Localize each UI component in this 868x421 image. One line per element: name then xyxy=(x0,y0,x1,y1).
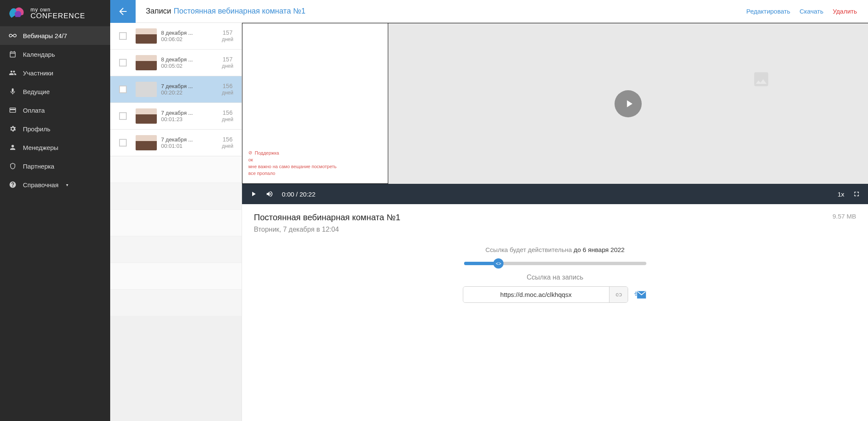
play-icon xyxy=(623,98,635,110)
rec-date: 7 декабря ... xyxy=(161,110,199,116)
crumb-root: Записи xyxy=(146,7,171,16)
logo[interactable]: my own CONFERENCE xyxy=(0,0,110,26)
nav: Вебинары 24/7КалендарьУчастникиВедущиеОп… xyxy=(0,26,110,194)
play-button[interactable] xyxy=(250,190,257,198)
sidebar: my own CONFERENCE Вебинары 24/7Календарь… xyxy=(0,0,110,421)
card-icon xyxy=(8,106,17,114)
brand-line1: my own xyxy=(31,7,85,12)
volume-button[interactable] xyxy=(266,190,273,198)
rec-date: 7 декабря ... xyxy=(161,136,199,143)
rec-date: 8 декабря ... xyxy=(161,56,199,63)
chat-line: мне важно на само вещание посмотреть xyxy=(248,164,382,169)
sidebar-item-5[interactable]: Профиль xyxy=(0,119,110,138)
video-box: ⊘Поддержкаокмне важно на само вещание по… xyxy=(242,23,868,184)
thumbnail xyxy=(136,82,157,97)
crumb-room-link[interactable]: Постоянная вебинарная комната №1 xyxy=(174,7,306,16)
mic-icon xyxy=(8,87,17,96)
managers-icon xyxy=(8,143,17,152)
users-icon xyxy=(8,69,17,77)
sidebar-item-label: Календарь xyxy=(23,51,55,58)
checkbox[interactable] xyxy=(119,32,127,40)
sidebar-item-4[interactable]: Оплата xyxy=(0,101,110,119)
sidebar-item-label: Менеджеры xyxy=(23,144,58,151)
rec-age: 157дней xyxy=(218,56,242,69)
sidebar-item-2[interactable]: Участники xyxy=(0,64,110,82)
recording-row[interactable]: 7 декабря ...00:01:01156дней xyxy=(110,130,242,156)
link-validity: Ссылка будет действительна до 6 января 2… xyxy=(485,246,624,253)
rec-duration: 00:05:02 xyxy=(161,63,218,69)
send-mail-icon xyxy=(634,290,646,299)
calendar-icon xyxy=(8,50,17,58)
gear-icon xyxy=(8,125,17,133)
recording-row[interactable]: 7 декабря ...00:20:22156дней xyxy=(110,76,242,103)
sidebar-item-label: Оплата xyxy=(23,107,45,114)
sidebar-item-6[interactable]: Менеджеры xyxy=(0,138,110,157)
thumbnail xyxy=(136,28,157,44)
player-controls: 0:00 / 20:22 1x xyxy=(242,184,868,204)
chat-line: ок xyxy=(248,157,382,162)
rec-age: 156дней xyxy=(218,136,242,149)
slider-thumb[interactable]: <> xyxy=(493,258,504,269)
play-overlay[interactable] xyxy=(615,90,642,117)
chat-line: все пропало xyxy=(248,171,382,176)
checkbox[interactable] xyxy=(119,59,127,66)
send-link-button[interactable] xyxy=(633,290,648,299)
back-button[interactable] xyxy=(110,0,136,23)
sidebar-item-1[interactable]: Календарь xyxy=(0,45,110,64)
chevron-down-icon: ▾ xyxy=(66,183,68,187)
sidebar-item-label: Ведущие xyxy=(23,88,50,95)
player-area: ⊘Поддержкаокмне важно на само вещание по… xyxy=(242,23,868,421)
rec-duration: 00:01:23 xyxy=(161,116,218,122)
recording-meta: Постоянная вебинарная комната №1 9.57 MB… xyxy=(242,204,868,311)
edit-link[interactable]: Редактировать xyxy=(746,8,790,15)
video-chat-panel: ⊘Поддержкаокмне важно на само вещание по… xyxy=(242,23,388,184)
checkbox[interactable] xyxy=(119,112,127,120)
recordings-list[interactable]: 8 декабря ...00:06:02157дней8 декабря ..… xyxy=(110,23,242,421)
speed-button[interactable]: 1x xyxy=(837,191,844,198)
checkbox[interactable] xyxy=(119,86,127,93)
sidebar-item-3[interactable]: Ведущие xyxy=(0,82,110,101)
link-label: Ссылка на запись xyxy=(527,274,583,281)
rec-date: 8 декабря ... xyxy=(161,30,199,36)
topbar: Записи Постоянная вебинарная комната №1 … xyxy=(110,0,868,23)
recording-title: Постоянная вебинарная комната №1 xyxy=(254,213,401,222)
sidebar-item-0[interactable]: Вебинары 24/7 xyxy=(0,26,110,45)
download-link[interactable]: Скачать xyxy=(799,8,823,15)
link-input[interactable] xyxy=(463,287,609,302)
sidebar-item-7[interactable]: Партнерка xyxy=(0,157,110,175)
copy-link-button[interactable] xyxy=(609,287,628,302)
time-display: 0:00 / 20:22 xyxy=(282,191,315,198)
sidebar-item-label: Партнерка xyxy=(23,163,54,170)
rec-duration: 00:20:22 xyxy=(161,89,218,96)
rec-duration: 00:06:02 xyxy=(161,36,218,42)
brand-line2: CONFERENCE xyxy=(31,12,85,19)
rec-age: 156дней xyxy=(218,83,242,96)
rec-age: 156дней xyxy=(218,109,242,122)
infinity-icon xyxy=(8,31,17,40)
link-icon xyxy=(615,291,622,299)
delete-link[interactable]: Удалить xyxy=(833,8,857,15)
validity-slider[interactable]: <> xyxy=(464,262,646,265)
rec-duration: 00:01:01 xyxy=(161,143,218,149)
checkbox[interactable] xyxy=(119,139,127,147)
sidebar-item-label: Профиль xyxy=(23,125,50,133)
recording-row[interactable]: 8 декабря ...00:05:02157дней xyxy=(110,50,242,76)
rec-age: 157дней xyxy=(218,29,242,42)
recording-row[interactable]: 7 декабря ...00:01:23156дней xyxy=(110,103,242,130)
chat-line: ⊘Поддержка xyxy=(248,150,382,155)
image-placeholder-icon xyxy=(752,70,771,90)
fullscreen-button[interactable] xyxy=(853,190,860,198)
sidebar-item-8[interactable]: Справочная▾ xyxy=(0,175,110,194)
sidebar-item-label: Справочная xyxy=(23,181,58,188)
thumbnail xyxy=(136,108,157,124)
logo-icon xyxy=(8,6,27,20)
arrow-left-icon xyxy=(117,6,128,17)
rec-date: 7 декабря ... xyxy=(161,83,199,89)
help-icon xyxy=(8,180,17,189)
thumbnail xyxy=(136,135,157,150)
thumbnail xyxy=(136,55,157,70)
recording-row[interactable]: 8 декабря ...00:06:02157дней xyxy=(110,23,242,50)
breadcrumb: Записи Постоянная вебинарная комната №1 xyxy=(136,7,746,16)
recording-datetime: Вторник, 7 декабря в 12:04 xyxy=(254,226,856,233)
video-canvas[interactable] xyxy=(388,23,868,184)
